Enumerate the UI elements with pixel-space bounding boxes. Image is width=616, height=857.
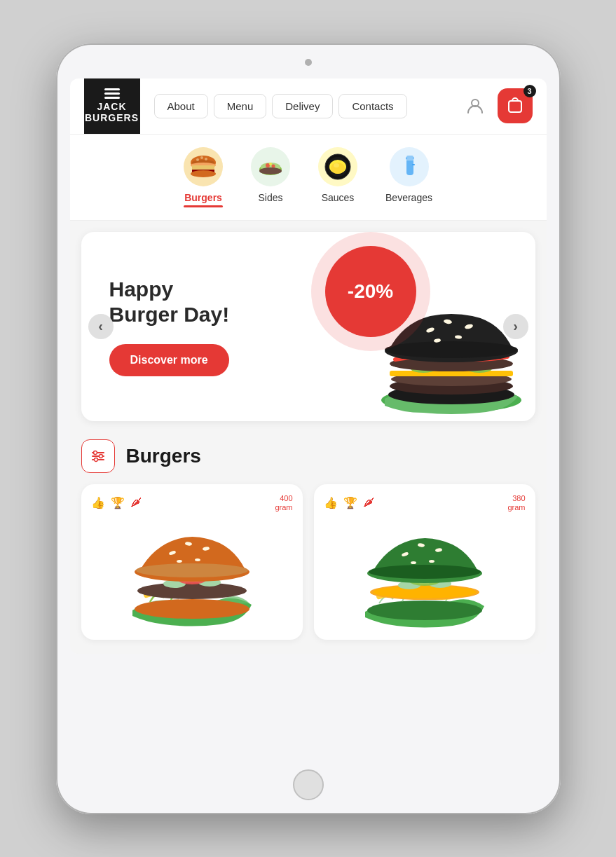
svg-point-68 bbox=[369, 565, 481, 579]
svg-point-10 bbox=[205, 158, 207, 160]
product-grid: 👍 🏆 🌶 400 gram bbox=[81, 484, 535, 640]
category-sauces[interactable]: Sauces bbox=[318, 147, 357, 207]
cart-button[interactable]: 3 bbox=[498, 88, 533, 123]
weight-unit-1: gram bbox=[275, 503, 292, 512]
logo-burger-icon bbox=[104, 88, 120, 99]
card-header-2: 👍 🏆 🌶 380 gram bbox=[324, 494, 526, 512]
pepper-icon: 🌶 bbox=[130, 496, 142, 509]
svg-point-15 bbox=[269, 163, 272, 165]
promo-title: Happy Burger Day! bbox=[109, 277, 311, 327]
logo-line2: BURGERS bbox=[85, 112, 139, 123]
cart-icon bbox=[506, 97, 524, 115]
screen: JACK BURGERS About Menu Delivey Contacts bbox=[70, 78, 547, 654]
promo-prev-button[interactable]: ‹ bbox=[88, 314, 114, 339]
category-sides[interactable]: Sides bbox=[251, 147, 290, 207]
svg-point-55 bbox=[136, 563, 248, 577]
svg-point-73 bbox=[411, 561, 416, 564]
thumb-up-icon: 👍 bbox=[91, 496, 105, 509]
nav-about[interactable]: About bbox=[154, 94, 208, 118]
nav-links: About Menu Delivey Contacts bbox=[154, 94, 461, 118]
svg-point-7 bbox=[191, 170, 216, 177]
thumb-up-icon-2: 👍 bbox=[324, 496, 338, 509]
burger-classic-image bbox=[122, 519, 262, 628]
sides-icon bbox=[251, 147, 290, 186]
card-header-1: 👍 🏆 🌶 400 gram bbox=[91, 494, 293, 512]
card-icons-2: 👍 🏆 🌶 bbox=[324, 496, 374, 509]
product-card-2[interactable]: 👍 🏆 🌶 380 gram bbox=[314, 484, 535, 640]
sauces-icon bbox=[318, 147, 357, 186]
promo-title-line2: Burger Day! bbox=[109, 303, 230, 326]
user-icon-button[interactable] bbox=[461, 92, 489, 120]
tablet-frame: JACK BURGERS About Menu Delivey Contacts bbox=[56, 43, 561, 814]
promo-title-line1: Happy bbox=[109, 277, 174, 301]
card-image-1 bbox=[91, 518, 293, 630]
section-title: Burgers bbox=[126, 445, 201, 467]
product-card-1[interactable]: 👍 🏆 🌶 400 gram bbox=[81, 484, 303, 640]
left-arrow-icon: ‹ bbox=[98, 318, 103, 334]
svg-point-37 bbox=[385, 341, 518, 358]
burgers-icon bbox=[184, 147, 223, 186]
svg-point-14 bbox=[272, 164, 275, 167]
svg-point-16 bbox=[259, 167, 282, 174]
trophy-icon-2: 🏆 bbox=[343, 496, 357, 509]
trophy-icon: 🏆 bbox=[111, 496, 125, 509]
logo-text: JACK BURGERS bbox=[85, 102, 139, 123]
svg-point-46 bbox=[93, 451, 97, 454]
category-beverages[interactable]: Beverages bbox=[385, 147, 432, 207]
discover-more-button[interactable]: Discover more bbox=[109, 344, 229, 376]
discount-text: -20% bbox=[348, 280, 393, 303]
promo-image-area: -20% bbox=[311, 232, 535, 421]
logo-line1: JACK bbox=[97, 101, 126, 112]
section-header: Burgers bbox=[81, 439, 535, 473]
weight-unit-2: gram bbox=[507, 503, 525, 512]
card-weight-2: 380 gram bbox=[507, 494, 525, 512]
discount-circle: -20% bbox=[325, 246, 416, 337]
svg-point-61 bbox=[367, 601, 482, 620]
svg-rect-26 bbox=[412, 164, 415, 165]
svg-point-48 bbox=[94, 458, 97, 461]
svg-rect-31 bbox=[390, 371, 513, 376]
promo-banner: ‹ Happy Burger Day! Discover more -20% bbox=[81, 232, 535, 421]
pepper-icon-2: 🌶 bbox=[363, 496, 374, 509]
card-image-2 bbox=[324, 518, 526, 630]
svg-point-63 bbox=[373, 586, 477, 598]
svg-point-50 bbox=[137, 582, 247, 599]
svg-point-9 bbox=[200, 156, 203, 159]
burger-green-image bbox=[355, 519, 495, 628]
beverages-label: Beverages bbox=[385, 192, 432, 203]
burgers-section: Burgers 👍 🏆 🌶 400 gram bbox=[70, 432, 547, 654]
nav-menu[interactable]: Menu bbox=[214, 94, 267, 118]
navbar: JACK BURGERS About Menu Delivey Contacts bbox=[70, 78, 547, 135]
svg-rect-24 bbox=[406, 156, 413, 158]
promo-section: ‹ Happy Burger Day! Discover more -20% bbox=[70, 221, 547, 432]
nav-contacts[interactable]: Contacts bbox=[338, 94, 406, 118]
promo-next-button[interactable]: › bbox=[503, 314, 528, 339]
svg-point-47 bbox=[99, 454, 102, 458]
weight-value-2: 380 bbox=[507, 494, 525, 503]
svg-point-21 bbox=[334, 163, 339, 167]
category-burgers[interactable]: Burgers bbox=[184, 147, 223, 207]
card-weight-1: 400 gram bbox=[275, 494, 292, 512]
svg-rect-1 bbox=[509, 101, 521, 112]
svg-point-8 bbox=[196, 158, 199, 161]
sides-label: Sides bbox=[259, 192, 283, 203]
weight-value-1: 400 bbox=[275, 494, 292, 503]
svg-point-49 bbox=[135, 599, 249, 619]
filter-icon bbox=[90, 448, 107, 465]
beverages-icon bbox=[390, 147, 429, 186]
logo[interactable]: JACK BURGERS bbox=[84, 78, 140, 135]
nav-delivery[interactable]: Delivey bbox=[272, 94, 333, 118]
svg-rect-5 bbox=[192, 165, 214, 170]
nav-actions: 3 bbox=[461, 88, 533, 123]
category-bar: Burgers Sides bbox=[70, 135, 547, 221]
cart-badge: 3 bbox=[523, 85, 536, 97]
svg-point-72 bbox=[429, 560, 434, 563]
card-icons-1: 👍 🏆 🌶 bbox=[91, 496, 142, 509]
svg-rect-25 bbox=[406, 158, 415, 160]
sauces-label: Sauces bbox=[322, 192, 355, 203]
user-icon bbox=[465, 96, 485, 116]
right-arrow-icon: › bbox=[513, 318, 518, 334]
filter-button[interactable] bbox=[81, 439, 115, 473]
promo-content: Happy Burger Day! Discover more bbox=[81, 256, 311, 397]
burgers-label: Burgers bbox=[184, 192, 222, 203]
